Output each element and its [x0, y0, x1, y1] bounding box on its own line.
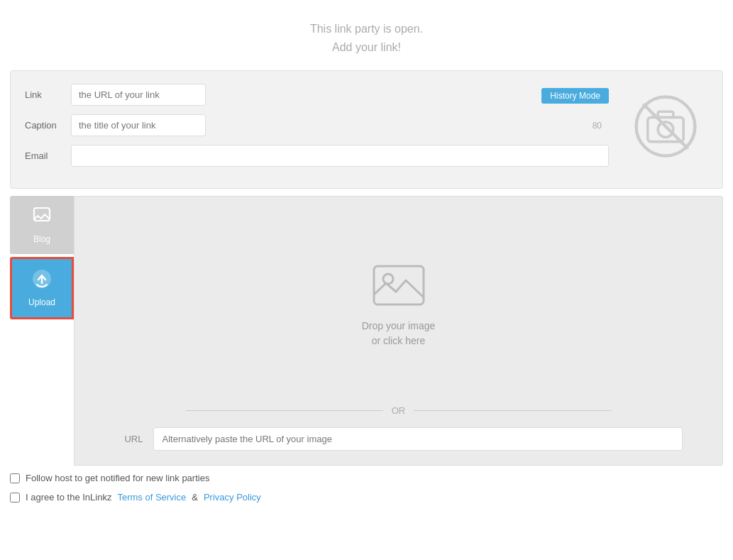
drop-text: Drop your image or click here	[362, 319, 436, 348]
link-row: Link History Mode	[25, 84, 609, 106]
upload-section: Blog Upload Drop your im	[10, 196, 723, 466]
upload-icon	[32, 269, 52, 293]
bottom-section: Follow host to get notified for new link…	[10, 473, 723, 503]
blog-icon	[32, 206, 52, 230]
email-label: Email	[25, 150, 71, 161]
svg-rect-6	[374, 266, 424, 304]
upload-main: Drop your image or click here OR URL	[74, 196, 723, 466]
link-input[interactable]	[71, 84, 206, 106]
image-placeholder-icon	[370, 260, 427, 310]
drop-line2: or click here	[362, 334, 436, 348]
url-row: URL	[115, 427, 683, 451]
page-header: This link party is open. Add your link!	[0, 0, 733, 70]
history-mode-button[interactable]: History Mode	[541, 88, 609, 104]
follow-host-checkbox[interactable]	[10, 473, 20, 483]
caption-label: Caption	[25, 120, 71, 131]
drop-line1: Drop your image	[362, 319, 436, 334]
email-row: Email maria@inlinkz.com	[25, 145, 609, 167]
agree-prefix: I agree to the InLinkz	[26, 492, 111, 503]
tab-upload-label: Upload	[28, 297, 55, 307]
or-label: OR	[392, 405, 406, 416]
camera-icon	[634, 94, 698, 158]
or-divider: OR	[186, 405, 612, 416]
agree-terms-row: I agree to the InLinkz Terms of Service …	[10, 492, 723, 503]
form-fields: Link History Mode Caption 80 Email maria…	[25, 84, 609, 175]
header-line2: Add your link!	[0, 38, 733, 57]
url-label: URL	[115, 434, 143, 444]
tab-sidebar: Blog Upload	[10, 196, 74, 466]
drop-area[interactable]: Drop your image or click here	[362, 218, 436, 391]
form-section: Link History Mode Caption 80 Email maria…	[10, 70, 723, 189]
caption-input[interactable]	[71, 114, 206, 136]
tab-blog-label: Blog	[33, 234, 50, 244]
tab-upload[interactable]: Upload	[10, 257, 74, 319]
char-count: 80	[593, 121, 602, 131]
link-label: Link	[25, 89, 71, 100]
follow-host-label: Follow host to get notified for new link…	[26, 473, 209, 483]
tab-blog[interactable]: Blog	[10, 196, 74, 254]
caption-row: Caption 80	[25, 114, 609, 136]
privacy-link[interactable]: Privacy Policy	[204, 492, 261, 503]
camera-placeholder	[623, 84, 708, 169]
header-line1: This link party is open.	[0, 20, 733, 38]
follow-host-row: Follow host to get notified for new link…	[10, 473, 723, 483]
agree-terms-checkbox[interactable]	[10, 493, 20, 503]
svg-point-7	[383, 274, 393, 284]
image-url-input[interactable]	[153, 427, 683, 451]
email-input[interactable]: maria@inlinkz.com	[71, 145, 609, 167]
terms-link[interactable]: Terms of Service	[117, 492, 186, 503]
agree-mid: &	[192, 492, 198, 503]
